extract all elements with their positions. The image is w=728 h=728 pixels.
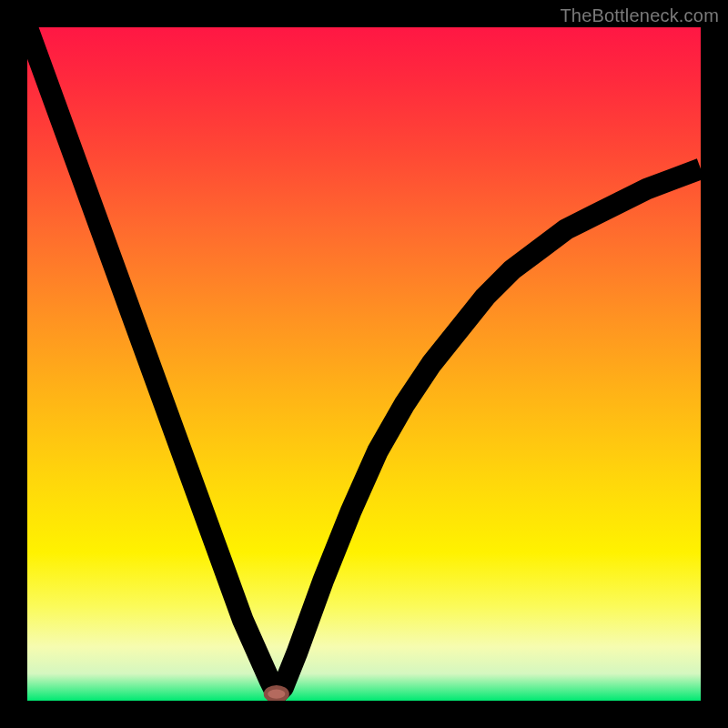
bottleneck-curve [27, 27, 701, 694]
attribution-text: TheBottleneck.com [560, 5, 719, 26]
chart-frame: TheBottleneck.com [0, 0, 728, 728]
curve-svg [27, 27, 701, 701]
minimum-marker [266, 687, 288, 701]
plot-area [27, 27, 701, 701]
